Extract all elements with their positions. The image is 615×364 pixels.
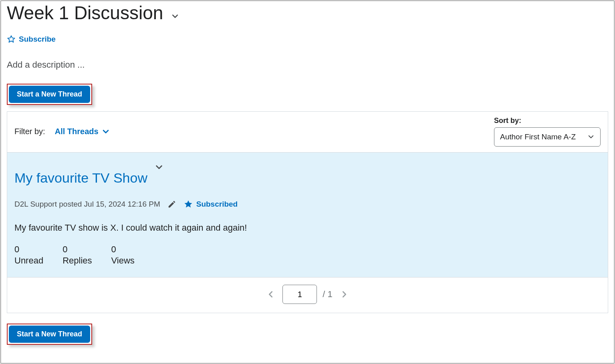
new-thread-highlight-top: Start a New Thread xyxy=(7,84,92,105)
thread-posted-meta: D2L Support posted Jul 15, 2024 12:16 PM xyxy=(14,200,160,209)
threads-toolbar: Filter by: All Threads Sort by: Author F… xyxy=(7,112,608,152)
stat-replies: 0 Replies xyxy=(63,244,92,266)
chevron-down-icon xyxy=(102,128,110,136)
pencil-icon xyxy=(167,200,176,209)
star-filled-icon xyxy=(183,199,193,209)
pager: / 1 xyxy=(7,277,608,313)
subscribed-label: Subscribed xyxy=(196,200,238,209)
stat-views-label: Views xyxy=(111,255,135,266)
stat-unread: 0 Unread xyxy=(14,244,43,266)
pager-prev-button[interactable] xyxy=(265,288,277,300)
stat-replies-label: Replies xyxy=(63,255,92,266)
thread-body: My favourite TV show is X. I could watch… xyxy=(14,223,601,233)
subscribe-link[interactable]: Subscribe xyxy=(19,35,56,44)
sort-select[interactable]: Author First Name A-Z xyxy=(494,127,601,147)
chevron-down-icon xyxy=(171,12,179,20)
thread-title-link[interactable]: My favourite TV Show xyxy=(14,170,147,186)
description-placeholder[interactable]: Add a description ... xyxy=(7,60,608,70)
new-thread-highlight-bottom: Start a New Thread xyxy=(7,324,92,345)
pager-page-input[interactable] xyxy=(282,285,317,304)
stat-replies-count: 0 xyxy=(63,244,92,255)
filter-value-text: All Threads xyxy=(55,127,99,136)
thread-stats: 0 Unread 0 Replies 0 Views xyxy=(14,244,601,266)
filter-label: Filter by: xyxy=(14,127,45,136)
chevron-right-icon xyxy=(340,290,349,299)
thread-item: My favourite TV Show D2L Support posted … xyxy=(7,152,608,277)
sort-selected-text: Author First Name A-Z xyxy=(500,133,576,141)
stat-unread-label: Unread xyxy=(14,255,43,266)
sort-label: Sort by: xyxy=(494,117,601,125)
pager-next-button[interactable] xyxy=(338,288,350,300)
filter-dropdown[interactable]: All Threads xyxy=(55,127,110,136)
start-new-thread-button-bottom[interactable]: Start a New Thread xyxy=(9,326,90,343)
chevron-left-icon xyxy=(266,290,275,299)
edit-button[interactable] xyxy=(167,200,176,209)
threads-container: Filter by: All Threads Sort by: Author F… xyxy=(7,111,608,313)
chevron-down-icon xyxy=(587,133,595,141)
star-outline-icon xyxy=(7,35,16,44)
subscribed-toggle[interactable]: Subscribed xyxy=(183,199,238,209)
stat-views-count: 0 xyxy=(111,244,135,255)
stat-unread-count: 0 xyxy=(14,244,43,255)
start-new-thread-button[interactable]: Start a New Thread xyxy=(9,86,90,103)
stat-views: 0 Views xyxy=(111,244,135,266)
pager-total: / 1 xyxy=(323,289,332,300)
thread-dropdown-button[interactable] xyxy=(155,163,164,173)
page-title: Week 1 Discussion xyxy=(7,2,163,24)
chevron-down-icon xyxy=(155,163,163,172)
title-dropdown-button[interactable] xyxy=(170,12,180,21)
